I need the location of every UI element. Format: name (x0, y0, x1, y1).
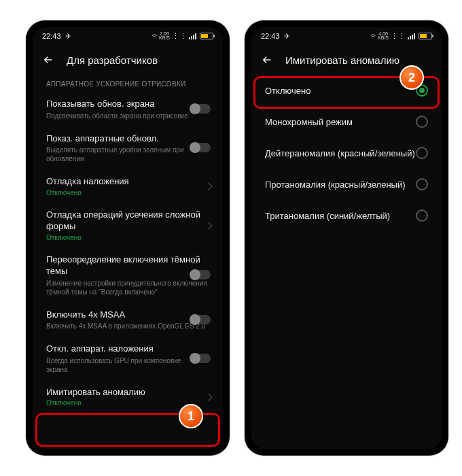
annotation-marker-2: 2 (399, 65, 424, 90)
data-speed: 4,00KB/S (378, 32, 389, 41)
toggle-switch[interactable] (190, 104, 211, 114)
toggle-switch[interactable] (190, 143, 211, 152)
phone-left: 22:43 ✈ ⌔ 2,00KB/S ⋮⋮ Для разработчиков … (26, 20, 230, 456)
setting-title: Переопределение включения тёмной темы (46, 254, 209, 277)
status-bar: 22:43 ✈ ⌔ 2,00KB/S ⋮⋮ (33, 27, 223, 45)
setting-debug-clip[interactable]: Отладка операций усечения сложной формы … (33, 203, 223, 248)
status-time: 22:43 (42, 32, 61, 40)
option-label: Дейтераномалия (красный/зеленый) (265, 148, 415, 158)
status-bar: 22:43 ✈ ⌔ 4,00KB/S ⋮⋮ (251, 27, 442, 45)
telegram-icon: ✈ (65, 32, 71, 41)
setting-subtitle: Выделять аппаратные уровни зеленым при о… (46, 146, 209, 163)
wifi-icon: ⋮⋮ (172, 32, 187, 41)
option-label: Отключено (265, 86, 310, 96)
setting-title: Отладка операций усечения сложной формы (46, 209, 209, 233)
setting-show-hw-updates[interactable]: Показ. аппаратные обновл. Выделять аппар… (33, 126, 223, 170)
option-protanomaly[interactable]: Протаномалия (красный/зеленый) (251, 169, 442, 200)
setting-status: Отключено (46, 189, 209, 197)
toggle-switch[interactable] (190, 270, 211, 279)
setting-subtitle: Всегда использовать GPU при компоновке э… (46, 356, 182, 374)
setting-dark-theme-override[interactable]: Переопределение включения тёмной темы Из… (33, 248, 223, 303)
option-label: Протаномалия (красный/зеленый) (265, 180, 406, 190)
bluetooth-icon: ⌔ (152, 32, 157, 40)
data-speed: 2,00KB/S (159, 32, 170, 41)
setting-enable-4x-msaa[interactable]: Включить 4x MSAA Включить 4x MSAA в прил… (33, 303, 223, 337)
app-bar: Для разработчиков (33, 45, 223, 75)
setting-show-surface-updates[interactable]: Показывать обнов. экрана Подсвечивать об… (33, 92, 223, 126)
option-monochrome[interactable]: Монохромный режим (251, 106, 442, 137)
page-title: Для разработчиков (67, 54, 158, 66)
back-icon[interactable] (261, 54, 273, 66)
toggle-switch[interactable] (190, 354, 211, 363)
back-icon[interactable] (42, 54, 54, 66)
setting-title: Показ. аппаратные обновл. (46, 133, 209, 145)
radio-icon (416, 116, 428, 128)
option-deuteranomaly[interactable]: Дейтераномалия (красный/зеленый) (251, 137, 442, 169)
setting-status: Отключено (46, 234, 209, 241)
battery-icon (200, 33, 213, 39)
setting-subtitle: Включить 4x MSAA в приложениях OpenGL ES… (46, 322, 209, 330)
radio-icon (416, 147, 428, 159)
setting-subtitle: Подсвечивать области экрана при отрисовк… (46, 112, 209, 120)
radio-icon (416, 178, 428, 190)
option-label: Монохромный режим (265, 117, 353, 127)
signal-icon (408, 33, 415, 39)
setting-title: Показывать обнов. экрана (46, 98, 209, 110)
section-header: АППАРАТНОЕ УСКОРЕНИЕ ОТРИСОВКИ (33, 75, 223, 92)
setting-debug-overdraw[interactable]: Отладка наложения Отключено (33, 169, 223, 203)
annotation-marker-1: 1 (179, 404, 203, 428)
radio-icon (416, 209, 428, 222)
page-title: Имитировать аномалию (285, 54, 399, 66)
signal-icon (189, 33, 196, 39)
setting-subtitle: Изменение настройки принудительного вклю… (46, 279, 209, 296)
battery-icon (419, 33, 432, 39)
setting-disable-hw-overlays[interactable]: Откл. аппарат. наложения Всегда использо… (33, 337, 223, 380)
setting-title: Отладка наложения (46, 175, 209, 188)
option-tritanomaly[interactable]: Тританомалия (синий/желтый) (251, 200, 442, 231)
bluetooth-icon: ⌔ (371, 32, 376, 40)
option-label: Тританомалия (синий/желтый) (265, 211, 390, 221)
wifi-icon: ⋮⋮ (391, 32, 406, 41)
status-time: 22:43 (261, 32, 280, 40)
toggle-switch[interactable] (190, 315, 211, 324)
screen-right: 22:43 ✈ ⌔ 4,00KB/S ⋮⋮ Имитировать аномал… (251, 27, 442, 449)
setting-title: Включить 4x MSAA (46, 309, 209, 321)
setting-title: Откл. аппарат. наложения (46, 343, 209, 355)
screen-left: 22:43 ✈ ⌔ 2,00KB/S ⋮⋮ Для разработчиков … (33, 27, 223, 449)
telegram-icon: ✈ (284, 32, 290, 41)
setting-title: Имитировать аномалию (46, 386, 209, 398)
